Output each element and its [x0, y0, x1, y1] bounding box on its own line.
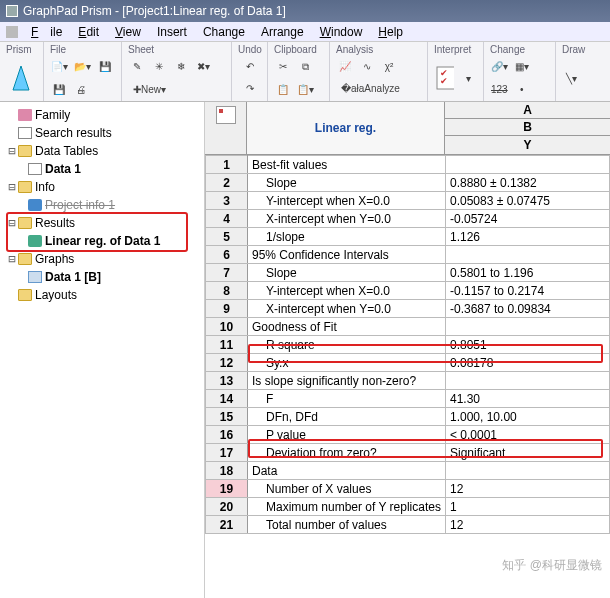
sym-icon[interactable]: ∿: [358, 57, 376, 75]
tree-results[interactable]: Results: [35, 216, 75, 230]
link-icon[interactable]: 🔗▾: [490, 58, 509, 76]
open-icon[interactable]: 📂▾: [73, 58, 92, 76]
paste-icon[interactable]: 📋: [274, 81, 292, 99]
table-row[interactable]: 9X-intercept when Y=0.0-0.3687 to 0.0983…: [206, 300, 610, 318]
draw-icon[interactable]: ╲▾: [562, 69, 580, 87]
param-value[interactable]: 41.30: [446, 390, 610, 408]
param-name[interactable]: Y-intercept when X=0.0: [248, 192, 446, 210]
redo-icon[interactable]: ↷: [241, 79, 259, 97]
row-number[interactable]: 7: [206, 264, 248, 282]
param-name[interactable]: 1/slope: [248, 228, 446, 246]
grid-corner[interactable]: [205, 102, 247, 154]
param-name[interactable]: Is slope significantly non-zero?: [248, 372, 446, 390]
param-name[interactable]: Deviation from zero?: [248, 444, 446, 462]
tree-projinfo[interactable]: Project info 1: [45, 198, 115, 212]
wand-icon[interactable]: ✎: [128, 58, 146, 76]
delete-sheet-icon[interactable]: ✖▾: [194, 58, 212, 76]
saveall-icon[interactable]: 💾: [50, 81, 68, 99]
param-value[interactable]: -0.3687 to 0.09834: [446, 300, 610, 318]
param-value[interactable]: 1.126: [446, 228, 610, 246]
table-row[interactable]: 7Slope0.5801 to 1.196: [206, 264, 610, 282]
col-b-header[interactable]: B: [445, 119, 610, 136]
tree-family[interactable]: Family: [35, 108, 70, 122]
row-number[interactable]: 3: [206, 192, 248, 210]
param-value[interactable]: 0.8051: [446, 336, 610, 354]
param-name[interactable]: R square: [248, 336, 446, 354]
row-number[interactable]: 1: [206, 156, 248, 174]
tree-data1b[interactable]: Data 1 [B]: [45, 270, 101, 284]
stat-icon[interactable]: χ²: [380, 57, 398, 75]
param-name[interactable]: X-intercept when Y=0.0: [248, 210, 446, 228]
table-row[interactable]: 1Best-fit values: [206, 156, 610, 174]
menu-change[interactable]: Change: [197, 25, 251, 39]
param-name[interactable]: Slope: [248, 174, 446, 192]
tree-data1[interactable]: Data 1: [45, 162, 81, 176]
checklist-icon[interactable]: ✔✔: [434, 58, 455, 98]
system-menu-icon[interactable]: [6, 26, 18, 38]
table-row[interactable]: 10Goodness of Fit: [206, 318, 610, 336]
param-value[interactable]: [446, 318, 610, 336]
menu-window[interactable]: Window: [314, 25, 369, 39]
param-value[interactable]: [446, 156, 610, 174]
menu-arrange[interactable]: Arrange: [255, 25, 310, 39]
save-icon[interactable]: 💾: [96, 58, 114, 76]
gear2-icon[interactable]: ❄: [172, 58, 190, 76]
table-row[interactable]: 17Deviation from zero?Significant: [206, 444, 610, 462]
row-number[interactable]: 12: [206, 354, 248, 372]
param-value[interactable]: [446, 246, 610, 264]
menu-view[interactable]: View: [109, 25, 147, 39]
cut-icon[interactable]: ✂: [274, 58, 292, 76]
param-name[interactable]: Slope: [248, 264, 446, 282]
table-row[interactable]: 12Sy.x0.08178: [206, 354, 610, 372]
tree-linres[interactable]: Linear reg. of Data 1: [45, 234, 160, 248]
tree-twisty[interactable]: ⊟: [6, 216, 18, 230]
tree-graphs[interactable]: Graphs: [35, 252, 74, 266]
param-name[interactable]: Sy.x: [248, 354, 446, 372]
row-number[interactable]: 17: [206, 444, 248, 462]
table-row[interactable]: 18Data: [206, 462, 610, 480]
row-number[interactable]: 16: [206, 426, 248, 444]
param-value[interactable]: 1.000, 10.00: [446, 408, 610, 426]
tree-info[interactable]: Info: [35, 180, 55, 194]
copy-icon[interactable]: ⧉: [296, 58, 314, 76]
menu-edit[interactable]: Edit: [72, 25, 105, 39]
table-row[interactable]: 8Y-intercept when X=0.0-0.1157 to 0.2174: [206, 282, 610, 300]
menu-insert[interactable]: Insert: [151, 25, 193, 39]
param-value[interactable]: < 0.0001: [446, 426, 610, 444]
param-name[interactable]: Maximum number of Y replicates: [248, 498, 446, 516]
new-sheet-button[interactable]: ✚ New ▾: [128, 81, 171, 99]
row-number[interactable]: 5: [206, 228, 248, 246]
param-value[interactable]: 0.5801 to 1.196: [446, 264, 610, 282]
param-name[interactable]: Best-fit values: [248, 156, 446, 174]
row-number[interactable]: 13: [206, 372, 248, 390]
row-number[interactable]: 4: [206, 210, 248, 228]
gear-icon[interactable]: ✳: [150, 58, 168, 76]
table-row[interactable]: 16P value< 0.0001: [206, 426, 610, 444]
row-number[interactable]: 9: [206, 300, 248, 318]
param-name[interactable]: F: [248, 390, 446, 408]
param-name[interactable]: Number of X values: [248, 480, 446, 498]
param-value[interactable]: 0.08178: [446, 354, 610, 372]
menu-help[interactable]: Help: [372, 25, 409, 39]
row-number[interactable]: 8: [206, 282, 248, 300]
param-value[interactable]: -0.1157 to 0.2174: [446, 282, 610, 300]
param-value[interactable]: 12: [446, 516, 610, 534]
row-number[interactable]: 14: [206, 390, 248, 408]
table-row[interactable]: 20Maximum number of Y replicates1: [206, 498, 610, 516]
table-row[interactable]: 19Number of X values12: [206, 480, 610, 498]
tree-twisty[interactable]: ⊟: [6, 180, 18, 194]
param-value[interactable]: 1: [446, 498, 610, 516]
param-name[interactable]: Data: [248, 462, 446, 480]
param-name[interactable]: Total number of values: [248, 516, 446, 534]
row-number[interactable]: 21: [206, 516, 248, 534]
param-name[interactable]: Goodness of Fit: [248, 318, 446, 336]
col-a-header[interactable]: A: [445, 102, 610, 119]
paste2-icon[interactable]: 📋▾: [296, 81, 315, 99]
grid-icon[interactable]: ▦▾: [513, 58, 531, 76]
param-value[interactable]: Significant: [446, 444, 610, 462]
param-value[interactable]: 12: [446, 480, 610, 498]
param-value[interactable]: [446, 372, 610, 390]
fit-icon[interactable]: 📈: [336, 57, 354, 75]
table-row[interactable]: 695% Confidence Intervals: [206, 246, 610, 264]
print-icon[interactable]: 🖨: [72, 81, 90, 99]
